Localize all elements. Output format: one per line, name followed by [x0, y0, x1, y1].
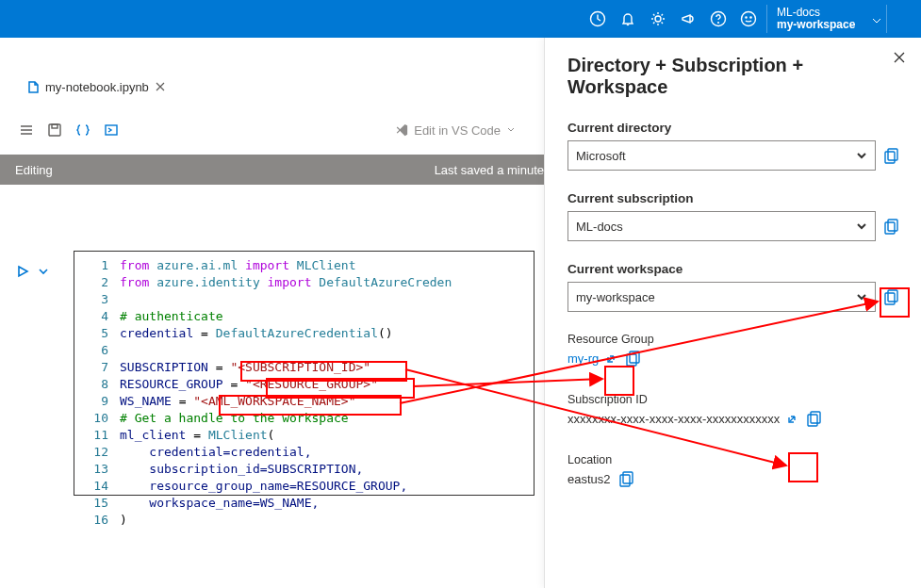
- code-braces-icon[interactable]: [75, 122, 90, 138]
- copy-directory-button[interactable]: [883, 147, 900, 164]
- svg-point-4: [742, 12, 756, 26]
- subscription-label: Current subscription: [567, 191, 900, 205]
- copy-location-button[interactable]: [618, 470, 635, 487]
- subid-value: xxxxxxxx-xxxx-xxxx-xxxx-xxxxxxxxxxxx: [567, 412, 780, 426]
- line-num: 11: [74, 427, 108, 444]
- line-num: 15: [74, 495, 108, 512]
- clock-icon[interactable]: [589, 10, 606, 27]
- svg-point-5: [746, 17, 747, 18]
- status-right: Last saved a minute: [435, 163, 544, 177]
- smile-icon[interactable]: [740, 10, 757, 27]
- cell-run-bar: [15, 257, 51, 286]
- svg-rect-16: [808, 415, 817, 426]
- close-tab-icon[interactable]: [155, 81, 166, 92]
- svg-rect-11: [888, 290, 897, 302]
- workspace-value: my-workspace: [576, 290, 655, 304]
- line-gutter: 1 2 3 4 5 6 7 8 9 10 11 12 13 14 15 16: [74, 252, 116, 495]
- top-icons: [589, 10, 757, 27]
- code-cell[interactable]: 1 2 3 4 5 6 7 8 9 10 11 12 13 14 15 16 f…: [74, 251, 535, 496]
- svg-point-3: [718, 23, 719, 24]
- edit-vscode-label: Edit in VS Code: [414, 123, 501, 138]
- edit-in-vscode-button[interactable]: Edit in VS Code: [395, 123, 516, 138]
- vscode-icon: [395, 123, 408, 137]
- chevron-down-icon: [871, 15, 882, 26]
- workspace-panel: Directory + Subscription + Workspace Cur…: [544, 38, 921, 588]
- copy-subid-button[interactable]: [806, 410, 823, 427]
- top-bar: ML-docs my-workspace: [0, 0, 921, 38]
- subid-label: Subscription ID: [567, 393, 900, 406]
- line-num: 8: [74, 376, 108, 393]
- svg-point-1: [655, 16, 661, 22]
- status-left: Editing: [0, 163, 53, 177]
- line-num: 2: [74, 274, 108, 291]
- help-icon[interactable]: [710, 10, 727, 27]
- code-content[interactable]: from azure.ai.ml import MLClient from az…: [116, 252, 534, 529]
- chevron-down-icon[interactable]: [36, 264, 51, 279]
- notebook-area: my-notebook.ipynb Edit in VS Code Editin…: [0, 38, 544, 588]
- notebook-file-icon: [26, 80, 40, 93]
- line-num: 1: [74, 257, 108, 274]
- workspace-select[interactable]: my-workspace: [567, 282, 876, 312]
- line-num: 7: [74, 359, 108, 376]
- megaphone-icon[interactable]: [680, 10, 697, 27]
- external-link-icon: [787, 413, 798, 424]
- bell-icon[interactable]: [619, 10, 636, 27]
- line-num: 4: [74, 308, 108, 325]
- subscription-value: ML-docs: [576, 220, 623, 234]
- line-num: 13: [74, 461, 108, 478]
- chevron-down-icon: [506, 125, 516, 135]
- external-link-icon: [606, 352, 617, 364]
- svg-rect-13: [630, 351, 639, 363]
- svg-rect-9: [888, 220, 897, 231]
- menu-icon[interactable]: [19, 122, 34, 138]
- workspace-label: Current workspace: [567, 262, 900, 276]
- svg-rect-20: [52, 124, 58, 128]
- svg-rect-19: [49, 124, 60, 136]
- svg-rect-10: [885, 222, 895, 234]
- copy-rg-button[interactable]: [625, 350, 642, 367]
- chevron-down-icon: [856, 220, 867, 232]
- chevron-down-icon: [856, 291, 867, 302]
- filename: my-notebook.ipynb: [45, 80, 149, 94]
- svg-rect-12: [885, 293, 895, 304]
- line-num: 3: [74, 291, 108, 308]
- save-icon[interactable]: [47, 122, 62, 138]
- line-num: 5: [74, 325, 108, 342]
- rg-link[interactable]: my-rg: [567, 351, 599, 366]
- workspace-switch-workspace: my-workspace: [777, 19, 880, 31]
- location-label: Location: [567, 453, 900, 466]
- location-value: eastus2: [567, 472, 611, 486]
- svg-point-6: [750, 17, 751, 18]
- notebook-body: 1 2 3 4 5 6 7 8 9 10 11 12 13 14 15 16 f…: [0, 185, 544, 588]
- copy-subscription-button[interactable]: [883, 218, 900, 235]
- output-icon[interactable]: [104, 122, 119, 138]
- line-num: 14: [74, 478, 108, 495]
- svg-rect-15: [811, 412, 820, 423]
- panel-title: Directory + Subscription + Workspace: [567, 55, 900, 98]
- close-panel-button[interactable]: [893, 51, 906, 64]
- status-bar: Editing Last saved a minute: [0, 155, 544, 185]
- copy-workspace-button[interactable]: [883, 288, 900, 305]
- gear-icon[interactable]: [650, 10, 666, 27]
- svg-rect-8: [885, 152, 895, 163]
- svg-rect-14: [627, 354, 636, 366]
- directory-select[interactable]: Microsoft: [567, 140, 876, 171]
- svg-rect-18: [620, 475, 630, 486]
- line-num: 6: [74, 342, 108, 359]
- chevron-down-icon: [856, 150, 867, 161]
- line-num: 16: [74, 512, 108, 529]
- directory-label: Current directory: [567, 121, 900, 135]
- file-tab[interactable]: my-notebook.ipynb: [26, 74, 166, 100]
- subscription-select[interactable]: ML-docs: [567, 211, 876, 241]
- workspace-switcher[interactable]: ML-docs my-workspace: [766, 5, 887, 33]
- rg-label: Resource Group: [567, 333, 900, 346]
- directory-value: Microsoft: [576, 149, 626, 163]
- svg-rect-17: [623, 472, 633, 483]
- play-icon[interactable]: [15, 264, 30, 279]
- svg-rect-7: [888, 149, 897, 160]
- line-num: 10: [74, 410, 108, 427]
- line-num: 9: [74, 393, 108, 410]
- line-num: 12: [74, 444, 108, 461]
- notebook-toolbar: Edit in VS Code: [19, 113, 544, 147]
